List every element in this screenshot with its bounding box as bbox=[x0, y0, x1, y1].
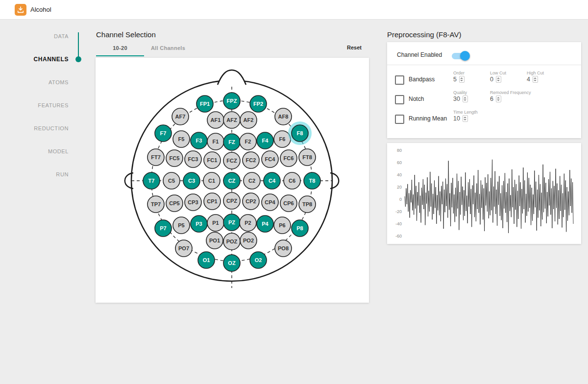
quality-value[interactable]: 30 bbox=[453, 96, 468, 102]
electrode-cp5[interactable]: CP5 bbox=[166, 195, 183, 212]
y-tick-label: -20 bbox=[395, 209, 402, 214]
electrode-p5[interactable]: P5 bbox=[173, 217, 190, 234]
svg-text:PO8: PO8 bbox=[278, 245, 289, 251]
removed-frequency-value[interactable]: 6 bbox=[490, 96, 501, 102]
electrode-af8[interactable]: AF8 bbox=[275, 108, 292, 125]
electrode-po7[interactable]: PO7 bbox=[175, 240, 192, 257]
tab-all-channels[interactable]: All Channels bbox=[144, 42, 192, 56]
removed-frequency-stepper[interactable] bbox=[496, 96, 501, 102]
order-stepper[interactable] bbox=[459, 76, 465, 83]
bandpass-checkbox[interactable] bbox=[395, 75, 404, 85]
electrode-cp4[interactable]: CP4 bbox=[262, 194, 278, 211]
electrode-fc6[interactable]: FC6 bbox=[280, 150, 297, 167]
electrode-fc2[interactable]: FC2 bbox=[243, 152, 259, 168]
quality-stepper[interactable] bbox=[463, 96, 468, 102]
reset-button[interactable]: Reset bbox=[332, 45, 362, 50]
electrode-po1[interactable]: PO1 bbox=[206, 232, 223, 249]
electrode-p7[interactable]: P7 bbox=[155, 220, 172, 237]
electrode-fp2[interactable]: FP2 bbox=[250, 96, 267, 112]
electrode-pz[interactable]: PZ bbox=[223, 214, 240, 231]
running-mean-label: Running Mean bbox=[409, 115, 447, 122]
electrode-o2[interactable]: O2 bbox=[250, 252, 267, 268]
time-length-stepper[interactable] bbox=[463, 115, 468, 122]
electrode-tp8[interactable]: TP8 bbox=[299, 196, 316, 213]
electrode-c4[interactable]: C4 bbox=[264, 172, 280, 189]
electrode-af1[interactable]: AF1 bbox=[207, 112, 224, 128]
electrode-c2[interactable]: C2 bbox=[244, 172, 260, 189]
electrode-fz[interactable]: FZ bbox=[223, 134, 240, 150]
stepper-item-atoms[interactable]: ATOMS bbox=[0, 78, 69, 86]
stepper-item-data[interactable]: DATA bbox=[0, 32, 69, 40]
svg-text:C5: C5 bbox=[168, 178, 175, 184]
nose bbox=[218, 70, 246, 85]
electrode-f3[interactable]: F3 bbox=[191, 132, 207, 149]
svg-text:F5: F5 bbox=[178, 136, 185, 142]
notch-checkbox[interactable] bbox=[395, 95, 404, 104]
electrode-cz[interactable]: CZ bbox=[223, 172, 240, 189]
electrode-p1[interactable]: P1 bbox=[207, 215, 224, 231]
svg-text:FT8: FT8 bbox=[302, 154, 312, 160]
high-cut-stepper[interactable] bbox=[533, 76, 538, 83]
electrode-c6[interactable]: C6 bbox=[284, 172, 300, 189]
channel-enabled-toggle[interactable] bbox=[452, 53, 468, 59]
running-mean-checkbox[interactable] bbox=[395, 115, 404, 124]
stepper-item-model[interactable]: MODEL bbox=[0, 147, 69, 155]
electrode-c3[interactable]: C3 bbox=[183, 172, 200, 189]
stepper-item-run[interactable]: RUN bbox=[0, 170, 69, 178]
field-time-length: Time Length10 bbox=[453, 109, 507, 126]
electrode-f5[interactable]: F5 bbox=[173, 131, 190, 147]
electrode-cp6[interactable]: CP6 bbox=[280, 195, 297, 212]
electrode-ft8[interactable]: FT8 bbox=[299, 149, 316, 166]
electrode-t7[interactable]: T7 bbox=[143, 172, 160, 189]
electrode-ft7[interactable]: FT7 bbox=[147, 149, 164, 166]
electrode-tp7[interactable]: TP7 bbox=[147, 196, 164, 213]
low-cut-value[interactable]: 0 bbox=[490, 76, 501, 83]
svg-text:P3: P3 bbox=[196, 221, 202, 227]
electrode-cp1[interactable]: CP1 bbox=[204, 193, 220, 210]
stepper-item-channels[interactable]: CHANNELS bbox=[0, 55, 69, 63]
electrode-cp3[interactable]: CP3 bbox=[185, 194, 201, 211]
low-cut-field-label: Low Cut bbox=[490, 71, 506, 75]
electrode-cp2[interactable]: CP2 bbox=[243, 193, 259, 210]
electrode-af7[interactable]: AF7 bbox=[172, 108, 189, 125]
tab-10-20[interactable]: 10-20 bbox=[96, 42, 144, 56]
electrode-f1[interactable]: F1 bbox=[207, 133, 224, 150]
electrode-fc5[interactable]: FC5 bbox=[166, 150, 183, 167]
electrode-cpz[interactable]: CPZ bbox=[223, 192, 240, 209]
electrode-f8[interactable]: F8 bbox=[288, 121, 312, 145]
electrode-p4[interactable]: P4 bbox=[257, 216, 273, 232]
electrode-po8[interactable]: PO8 bbox=[275, 240, 292, 257]
electrode-p3[interactable]: P3 bbox=[191, 216, 207, 232]
order-value[interactable]: 5 bbox=[453, 76, 465, 83]
electrode-afz[interactable]: AFZ bbox=[223, 112, 240, 128]
electrode-po2[interactable]: PO2 bbox=[240, 232, 257, 249]
electrode-f2[interactable]: F2 bbox=[240, 133, 256, 150]
low-cut-stepper[interactable] bbox=[496, 76, 501, 83]
electrode-fpz[interactable]: FPZ bbox=[223, 93, 240, 109]
stepper-item-features[interactable]: FEATURES bbox=[0, 101, 69, 109]
stepper-item-reduction[interactable]: REDUCTION bbox=[0, 124, 69, 132]
electrode-fcz[interactable]: FCZ bbox=[223, 152, 240, 169]
time-length-value[interactable]: 10 bbox=[453, 115, 468, 122]
electrode-f4[interactable]: F4 bbox=[257, 132, 273, 149]
electrode-oz[interactable]: OZ bbox=[223, 255, 240, 271]
electrode-fc3[interactable]: FC3 bbox=[185, 151, 201, 168]
electrode-p6[interactable]: P6 bbox=[274, 217, 291, 234]
electrode-f7[interactable]: F7 bbox=[155, 125, 172, 142]
electrode-fc4[interactable]: FC4 bbox=[262, 151, 278, 168]
high-cut-value[interactable]: 4 bbox=[527, 76, 538, 83]
electrode-p8[interactable]: P8 bbox=[292, 220, 308, 237]
electrode-t8[interactable]: T8 bbox=[304, 172, 320, 189]
electrode-poz[interactable]: POZ bbox=[223, 233, 240, 250]
electrode-f6[interactable]: F6 bbox=[274, 131, 291, 147]
electrode-fc1[interactable]: FC1 bbox=[204, 152, 220, 168]
download-icon[interactable] bbox=[15, 4, 26, 16]
channel-enabled-label: Channel Enabled bbox=[397, 51, 442, 58]
svg-text:F1: F1 bbox=[213, 139, 219, 144]
electrode-p2[interactable]: P2 bbox=[240, 215, 256, 231]
electrode-fp1[interactable]: FP1 bbox=[196, 96, 213, 112]
electrode-c1[interactable]: C1 bbox=[203, 172, 220, 189]
electrode-o1[interactable]: O1 bbox=[198, 252, 215, 268]
electrode-af2[interactable]: AF2 bbox=[240, 112, 257, 128]
electrode-c5[interactable]: C5 bbox=[163, 172, 180, 189]
